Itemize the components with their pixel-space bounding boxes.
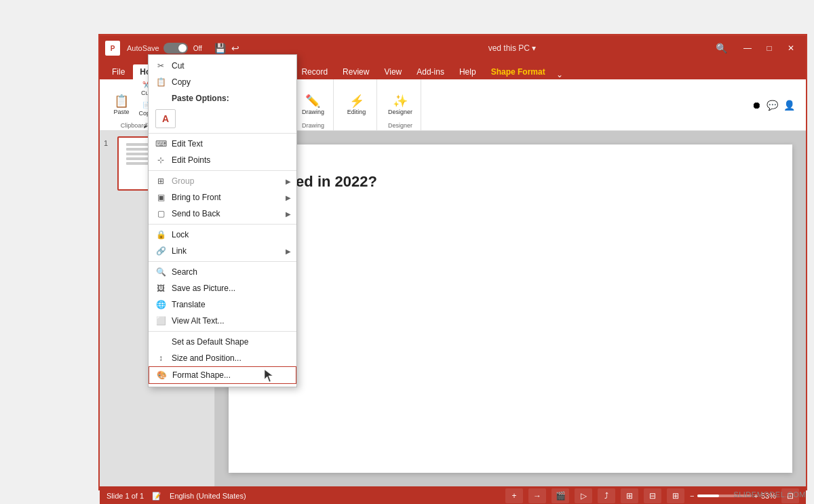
copy-menu-icon: 📋 bbox=[155, 77, 166, 87]
status-bar: Slide 1 of 1 📝 English (United States) +… bbox=[100, 486, 806, 504]
size-position-label: Size and Position... bbox=[172, 353, 241, 363]
paste-icon-button[interactable]: A bbox=[155, 109, 176, 128]
search-icon[interactable]: 🔍 bbox=[716, 43, 727, 54]
save-picture-menu-icon: 🖼 bbox=[155, 284, 166, 293]
zoom-slider-fill bbox=[697, 495, 719, 497]
slide-canvas: nched in 2022? bbox=[215, 131, 806, 486]
title-bar-left: P AutoSave Off 💾 ↩ bbox=[105, 41, 309, 56]
translate-label: Translate bbox=[172, 300, 206, 309]
separator-5 bbox=[149, 331, 296, 332]
save-picture-label: Save as Picture... bbox=[172, 284, 235, 293]
status-left: Slide 1 of 1 📝 English (United States) bbox=[106, 492, 246, 501]
menu-item-view-alt-text[interactable]: ⬜ View Alt Text... bbox=[149, 313, 296, 329]
menu-item-cut[interactable]: ✂ Cut bbox=[149, 58, 296, 74]
format-shape-menu-icon: 🎨 bbox=[156, 370, 167, 380]
drawing-button[interactable]: ✏️ Drawing bbox=[299, 94, 327, 117]
designer-icon: ✨ bbox=[393, 95, 408, 107]
undo-icon[interactable]: ↩ bbox=[231, 43, 239, 54]
minimize-button[interactable]: — bbox=[738, 40, 757, 56]
menu-item-link[interactable]: 🔗 Link ▶ bbox=[149, 243, 296, 259]
save-icon[interactable]: 💾 bbox=[214, 43, 226, 54]
edit-text-label: Edit Text bbox=[172, 139, 203, 149]
group-arrow-icon: ▶ bbox=[286, 178, 291, 185]
alt-text-label: View Alt Text... bbox=[172, 316, 225, 326]
menu-item-copy[interactable]: 📋 Copy bbox=[149, 74, 296, 90]
drawing-icon: ✏️ bbox=[305, 95, 320, 107]
edit-text-menu-icon: ⌨ bbox=[155, 139, 166, 149]
toolbar-send-btn[interactable]: → bbox=[528, 488, 546, 503]
editing-icon: ⚡ bbox=[349, 95, 364, 107]
format-shape-label: Format Shape... bbox=[172, 370, 231, 380]
menu-item-lock[interactable]: 🔒 Lock bbox=[149, 227, 296, 243]
search-menu-icon: 🔍 bbox=[155, 267, 166, 277]
toolbar-present-btn[interactable]: ▷ bbox=[575, 488, 592, 503]
menu-item-search[interactable]: 🔍 Search bbox=[149, 264, 296, 280]
menu-item-edit-points[interactable]: ⊹ Edit Points bbox=[149, 152, 296, 168]
toggle-knob bbox=[178, 44, 187, 52]
tab-addins[interactable]: Add-ins bbox=[410, 64, 451, 79]
editing-label: Editing bbox=[347, 109, 366, 115]
slide-info: Slide 1 of 1 bbox=[106, 492, 144, 500]
toolbar-new-btn[interactable]: + bbox=[505, 488, 523, 503]
menu-item-paste-header: Paste Options: bbox=[149, 90, 296, 106]
toolbar-grid3-btn[interactable]: ⊞ bbox=[667, 488, 684, 503]
autosave-label: AutoSave bbox=[127, 44, 159, 52]
send-back-arrow-icon: ▶ bbox=[286, 210, 291, 218]
editing-button[interactable]: ⚡ Editing bbox=[345, 94, 369, 117]
user-avatar-icon[interactable]: 👤 bbox=[783, 100, 795, 111]
notes-icon[interactable]: 📝 bbox=[152, 492, 161, 501]
autosave-toggle[interactable] bbox=[163, 43, 188, 54]
cut-menu-label: Cut bbox=[172, 61, 185, 71]
paste-icon-area: A bbox=[149, 106, 296, 131]
designer-button[interactable]: ✨ Designer bbox=[385, 94, 415, 117]
menu-item-send-to-back[interactable]: ▢ Send to Back ▶ bbox=[149, 206, 296, 222]
cut-menu-icon: ✂ bbox=[155, 61, 166, 71]
tab-file[interactable]: File bbox=[105, 64, 132, 79]
menu-item-format-shape[interactable]: 🎨 Format Shape... bbox=[149, 366, 296, 384]
group-menu-icon: ⊞ bbox=[155, 176, 166, 186]
menu-item-size-position[interactable]: ↕ Size and Position... bbox=[149, 350, 296, 366]
ribbon-expand-icon[interactable]: ⌄ bbox=[556, 70, 563, 79]
separator-1 bbox=[149, 133, 296, 134]
zoom-out-icon[interactable]: − bbox=[690, 492, 694, 500]
ribbon-group-designer: ✨ Designer Designer bbox=[380, 79, 421, 130]
menu-item-save-as-picture[interactable]: 🖼 Save as Picture... bbox=[149, 280, 296, 296]
paste-a-icon: A bbox=[162, 113, 169, 124]
toolbar-grid-btn[interactable]: ⊞ bbox=[621, 488, 638, 503]
separator-2 bbox=[149, 170, 296, 171]
tab-shape-format[interactable]: Shape Format bbox=[484, 64, 552, 79]
toolbar-anim-btn[interactable]: 🎬 bbox=[551, 488, 569, 503]
slide-main[interactable]: nched in 2022? bbox=[229, 144, 792, 473]
toolbar-grid2-btn[interactable]: ⊟ bbox=[644, 488, 661, 503]
clipboard-label: Clipboard bbox=[121, 122, 147, 129]
maximize-button[interactable]: □ bbox=[760, 40, 779, 56]
cursor bbox=[265, 370, 273, 382]
tab-record[interactable]: Record bbox=[294, 64, 334, 79]
link-menu-icon: 🔗 bbox=[155, 246, 166, 256]
lock-label: Lock bbox=[172, 230, 189, 239]
paste-label: Paste bbox=[113, 109, 129, 115]
tab-view[interactable]: View bbox=[377, 64, 408, 79]
tab-help[interactable]: Help bbox=[452, 64, 483, 79]
bring-front-label: Bring to Front bbox=[172, 193, 221, 202]
paste-button[interactable]: 📋 Paste bbox=[111, 94, 132, 117]
copy-menu-label: Copy bbox=[172, 77, 191, 87]
menu-item-translate[interactable]: 🌐 Translate bbox=[149, 296, 296, 313]
drawing-group-label: Drawing bbox=[302, 122, 324, 129]
bring-front-menu-icon: ▣ bbox=[155, 193, 166, 202]
menu-item-edit-text[interactable]: ⌨ Edit Text bbox=[149, 136, 296, 152]
toggle-off-text: Off bbox=[193, 45, 202, 52]
menu-item-set-default-shape[interactable]: Set as Default Shape bbox=[149, 334, 296, 350]
comment-icon[interactable]: 💬 bbox=[767, 100, 778, 111]
menu-item-bring-to-front[interactable]: ▣ Bring to Front ▶ bbox=[149, 189, 296, 206]
alt-text-menu-icon: ⬜ bbox=[155, 316, 166, 326]
search-label: Search bbox=[172, 267, 197, 277]
context-menu: ✂ Cut 📋 Copy Paste Options: A ⌨ Edit Tex… bbox=[148, 54, 297, 387]
menu-item-group[interactable]: ⊞ Group ▶ bbox=[149, 173, 296, 189]
tab-review[interactable]: Review bbox=[336, 64, 376, 79]
record-circle-icon[interactable]: ⏺ bbox=[752, 100, 761, 111]
paste-icon: 📋 bbox=[114, 95, 129, 107]
ribbon-group-editing: ⚡ Editing bbox=[336, 79, 377, 130]
close-button[interactable]: ✕ bbox=[781, 40, 800, 56]
toolbar-share-btn[interactable]: ⤴ bbox=[598, 488, 615, 503]
